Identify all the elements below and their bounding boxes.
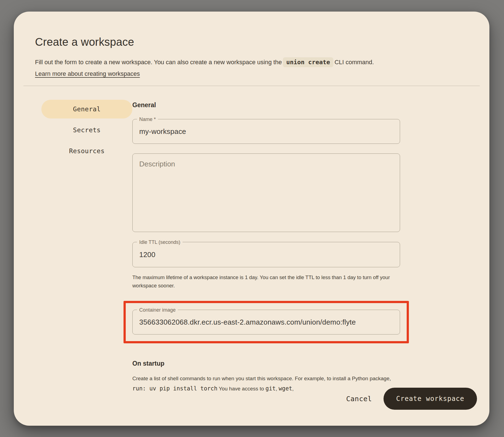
annotation-highlight-box: Container image 356633062068.dkr.ecr.us-…	[124, 301, 409, 343]
create-workspace-dialog: Create a workspace Fill out the form to …	[14, 12, 489, 426]
cancel-button[interactable]: Cancel	[346, 395, 372, 403]
inline-code: run: uv pip install torch	[132, 385, 218, 392]
name-field-value: my-workspace	[139, 127, 393, 136]
dialog-intro: Fill out the form to create a new worksp…	[35, 57, 467, 67]
tab-resources-label: Resources	[69, 147, 104, 155]
intro-text-after: CLI command.	[334, 59, 374, 66]
intro-text-before: Fill out the form to create a new worksp…	[35, 59, 282, 66]
tab-general-label: General	[73, 106, 101, 113]
text-segment: You have access to	[218, 386, 266, 392]
inline-code: git	[266, 385, 276, 392]
create-workspace-button[interactable]: Create workspace	[384, 388, 477, 410]
cli-command-chip: union create	[283, 57, 333, 67]
tab-secrets[interactable]: Secrets	[41, 121, 132, 139]
name-field[interactable]: Name * my-workspace	[132, 119, 400, 144]
name-field-label: Name *	[137, 116, 158, 123]
text-segment: Create a list of shell commands to run w…	[132, 376, 391, 381]
section-heading-on-startup: On startup	[132, 360, 400, 367]
text-segment: ,	[276, 386, 279, 392]
container-image-field-label: Container image	[137, 306, 178, 314]
learn-more-link[interactable]: Learn more about creating workspaces	[35, 69, 140, 79]
container-image-field[interactable]: Container image 356633062068.dkr.ecr.us-…	[132, 310, 400, 335]
idle-ttl-field[interactable]: Idle TTL (seconds) 1200	[132, 242, 400, 267]
dialog-title: Create a workspace	[35, 35, 467, 48]
section-tabs: General Secrets Resources	[41, 86, 132, 394]
text-segment: ,	[292, 386, 294, 392]
tab-secrets-label: Secrets	[73, 126, 101, 134]
tab-resources[interactable]: Resources	[41, 142, 132, 160]
dialog-content: General Secrets Resources General Name *…	[14, 86, 489, 394]
idle-ttl-field-value: 1200	[139, 250, 393, 259]
idle-ttl-helper-text: The maximum lifetime of a workspace inst…	[132, 273, 400, 290]
idle-ttl-field-label: Idle TTL (seconds)	[137, 239, 183, 246]
dialog-header: Create a workspace Fill out the form to …	[14, 12, 489, 79]
inline-code: wget	[278, 385, 292, 392]
workspace-form: General Name * my-workspace Description …	[132, 86, 400, 394]
tab-general[interactable]: General	[41, 100, 132, 118]
container-image-field-value: 356633062068.dkr.ecr.us-east-2.amazonaws…	[139, 318, 393, 327]
description-field[interactable]: Description	[132, 153, 400, 232]
section-heading-general: General	[132, 101, 400, 109]
description-placeholder: Description	[139, 160, 175, 168]
dialog-footer: Cancel Create workspace	[346, 388, 477, 410]
